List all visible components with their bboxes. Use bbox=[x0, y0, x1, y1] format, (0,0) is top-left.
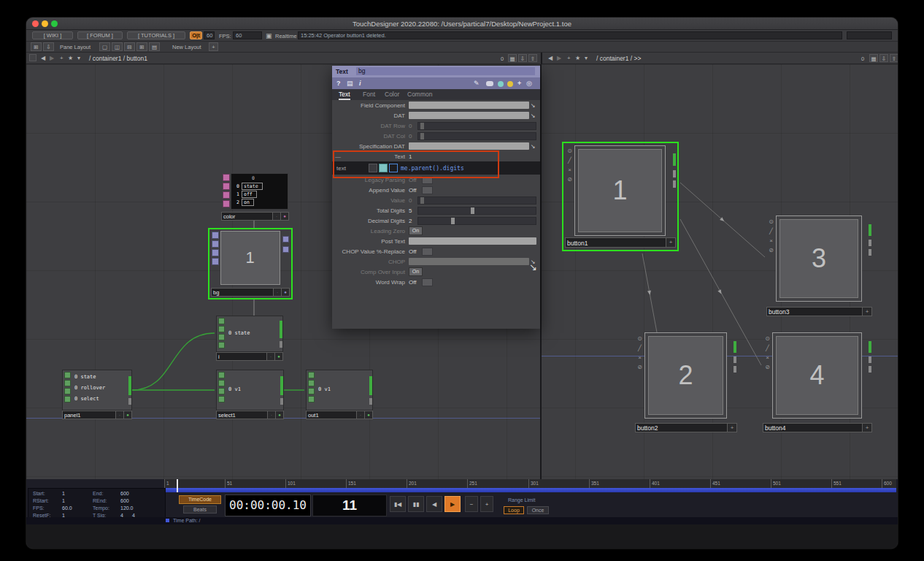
clone-flag-icon[interactable]: ╱ bbox=[769, 226, 773, 236]
comp-output-connector[interactable] bbox=[869, 341, 871, 353]
viewer-flag-icon[interactable] bbox=[223, 174, 230, 181]
comp-output-connector[interactable] bbox=[869, 224, 871, 236]
node-color-icon[interactable]: ● bbox=[281, 212, 289, 221]
node-name-bar[interactable]: bg · ● bbox=[211, 288, 290, 297]
op-pick-icon[interactable]: ↘ bbox=[529, 102, 536, 109]
node-expand-icon[interactable]: + bbox=[863, 307, 872, 316]
back-icon[interactable]: ◀ bbox=[41, 55, 45, 62]
title-bar[interactable]: TouchDesigner 2020.22080: /Users/partica… bbox=[26, 18, 898, 30]
info-icon[interactable]: i bbox=[359, 80, 361, 87]
node-name-bar[interactable]: color · ● bbox=[221, 212, 289, 221]
lock-flag-icon[interactable] bbox=[212, 258, 219, 265]
comp-output-connector[interactable] bbox=[673, 170, 676, 178]
node-button3[interactable]: ⊙ ╱ × ⊘ 3 button3 + bbox=[766, 215, 872, 318]
once-button[interactable]: Once bbox=[527, 506, 549, 514]
command-field[interactable] bbox=[847, 31, 892, 39]
comp-output-connector[interactable] bbox=[869, 240, 871, 246]
param-field[interactable] bbox=[409, 112, 529, 119]
forum-button[interactable]: [ FORUM ] bbox=[77, 31, 123, 39]
network-path[interactable]: / container1 / >> bbox=[596, 55, 641, 62]
pane-menu-icon[interactable] bbox=[29, 54, 36, 61]
bypass-flag-icon[interactable] bbox=[212, 249, 219, 256]
comp-output-connector[interactable] bbox=[734, 341, 736, 353]
close-window-icon[interactable] bbox=[32, 20, 39, 27]
jump-to-start-button[interactable]: ▮◀ bbox=[390, 496, 406, 512]
node-name-bar[interactable]: panel1 · ● bbox=[62, 411, 132, 419]
node-color-icon[interactable]: ● bbox=[276, 411, 284, 419]
lock-flag-icon[interactable]: ⊘ bbox=[769, 245, 774, 255]
clone-flag-icon[interactable] bbox=[218, 326, 225, 332]
node-name-bar[interactable]: i · ● bbox=[216, 352, 283, 361]
chop-output-connector[interactable] bbox=[369, 376, 372, 395]
copy-icon[interactable]: ▤ bbox=[347, 80, 353, 87]
node-name-bar[interactable]: button2 + bbox=[635, 423, 737, 432]
param-slider[interactable] bbox=[417, 217, 536, 225]
layout-single-icon[interactable]: ▢ bbox=[99, 42, 110, 51]
node-name[interactable]: button1 bbox=[565, 237, 666, 248]
node-color-icon[interactable]: ● bbox=[275, 352, 283, 361]
rstart-value[interactable]: 1 bbox=[62, 498, 65, 503]
chop-output-connector[interactable] bbox=[280, 321, 282, 338]
node-name[interactable]: select1 bbox=[216, 411, 268, 419]
viewer-flag-icon[interactable] bbox=[218, 318, 225, 324]
chop-output-connector[interactable] bbox=[280, 341, 282, 348]
add-parameter-icon[interactable]: + bbox=[517, 80, 521, 87]
viewer-flag-icon[interactable] bbox=[308, 372, 315, 378]
help-icon[interactable]: ? bbox=[336, 80, 341, 87]
op-pick-icon[interactable]: ↘ bbox=[529, 112, 536, 119]
play-button[interactable]: ▶ bbox=[444, 496, 461, 512]
clone-flag-icon[interactable] bbox=[223, 183, 230, 190]
loop-button[interactable]: Loop bbox=[504, 506, 524, 514]
dock-icon[interactable]: ⇩ bbox=[43, 42, 54, 51]
path-dropdown-icon[interactable]: ▾ bbox=[585, 55, 588, 62]
node-color[interactable]: 0 0state 1off 2on color · ● bbox=[221, 172, 289, 221]
param-field[interactable] bbox=[409, 102, 529, 109]
mode-constant-icon[interactable] bbox=[369, 164, 377, 172]
forward-icon[interactable]: ▶ bbox=[50, 55, 54, 62]
play-reverse-button[interactable]: ◀ bbox=[426, 496, 442, 512]
node-expand-icon[interactable]: + bbox=[728, 423, 737, 432]
network-editor[interactable]: 0 0state 1off 2on color · ● bbox=[26, 64, 898, 479]
add-layout-button[interactable]: + bbox=[209, 42, 218, 51]
param-toggle[interactable] bbox=[422, 248, 433, 256]
bypass-flag-icon[interactable] bbox=[308, 388, 315, 394]
param-slider[interactable] bbox=[417, 196, 536, 205]
node-name-bar[interactable]: out1 · ● bbox=[306, 411, 373, 419]
comp-output-connector[interactable] bbox=[869, 356, 871, 363]
node-name[interactable]: out1 bbox=[306, 411, 357, 419]
node-name[interactable]: button2 bbox=[635, 423, 728, 432]
language-icon[interactable] bbox=[507, 81, 513, 87]
comp-output-connector[interactable] bbox=[869, 366, 871, 373]
lock-flag-icon[interactable] bbox=[64, 396, 71, 402]
lock-flag-icon[interactable] bbox=[218, 342, 225, 348]
viewer-flag-icon[interactable]: ⊙ bbox=[567, 146, 572, 156]
realtime-checkbox-icon[interactable]: ▣ bbox=[266, 32, 272, 39]
tab-common[interactable]: Common bbox=[407, 91, 432, 99]
clone-flag-icon[interactable] bbox=[212, 240, 219, 248]
param-field[interactable] bbox=[409, 237, 536, 245]
viewer-flag-icon[interactable] bbox=[64, 372, 71, 378]
chop-output-connector[interactable] bbox=[128, 376, 131, 395]
node-name-bar[interactable]: button3 + bbox=[766, 307, 872, 316]
node-name[interactable]: panel1 bbox=[62, 411, 116, 419]
clone-flag-icon[interactable] bbox=[308, 380, 315, 386]
comp-output-connector[interactable] bbox=[734, 356, 736, 363]
node-panel1[interactable]: 0 state 0 rollover 0 select panel1 · ● bbox=[62, 370, 132, 419]
chop-output-connector[interactable] bbox=[369, 398, 372, 405]
bypass-flag-icon[interactable] bbox=[223, 191, 230, 199]
chop-output-connector[interactable] bbox=[280, 376, 283, 395]
node-info-icon[interactable]: · bbox=[274, 288, 282, 297]
comp-output-connector[interactable] bbox=[673, 180, 676, 188]
grid-toggle-icon[interactable]: ▦ bbox=[869, 54, 878, 62]
pane-up-icon[interactable]: ⇧ bbox=[890, 54, 898, 62]
rend-value[interactable]: 600 bbox=[120, 498, 129, 503]
node-select1[interactable]: 0 v1 select1 · ● bbox=[216, 370, 284, 419]
tab-text[interactable]: Text bbox=[339, 91, 350, 100]
fps-field[interactable]: 60 bbox=[233, 31, 262, 39]
target-icon[interactable]: ◎ bbox=[526, 80, 532, 87]
zoom-window-icon[interactable] bbox=[51, 20, 58, 27]
viewer-flag-icon[interactable] bbox=[218, 372, 225, 378]
bypass-flag-icon[interactable] bbox=[64, 388, 71, 394]
layout-quad-icon[interactable]: ⊞ bbox=[136, 42, 147, 51]
param-field[interactable] bbox=[409, 142, 529, 150]
